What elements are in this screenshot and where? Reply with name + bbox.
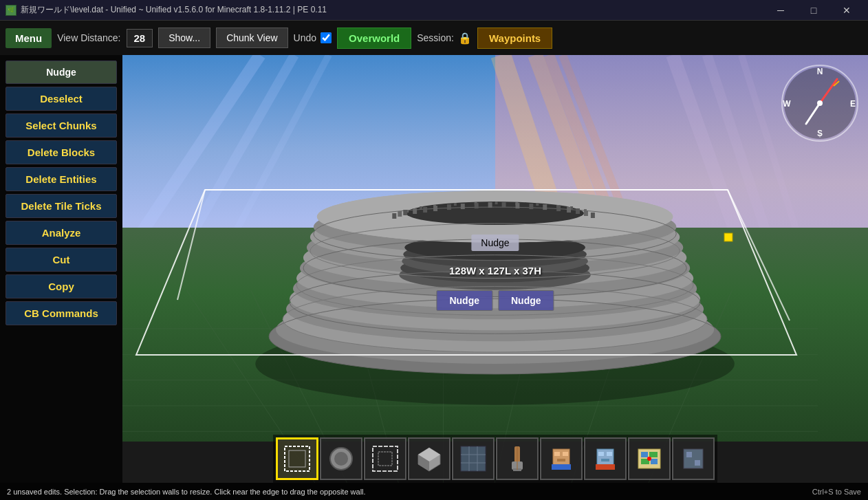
session-section: Session: 🔒 (417, 32, 472, 45)
hotbar-slot-8[interactable] (584, 437, 627, 480)
svg-rect-57 (536, 203, 539, 206)
maximize-button[interactable]: □ (798, 0, 829, 21)
nudge-left-button[interactable]: Nudge (436, 290, 492, 311)
svg-rect-73 (530, 204, 534, 209)
svg-rect-120 (557, 459, 565, 461)
cb-commands-button[interactable]: CB Commands (6, 301, 117, 325)
hotbar-slot-7[interactable] (540, 437, 583, 480)
delete-blocks-button[interactable]: Delete Blocks (6, 140, 117, 164)
svg-rect-76 (567, 207, 571, 213)
app-icon: 🌿 (6, 5, 17, 16)
svg-rect-99 (285, 446, 310, 471)
svg-rect-126 (596, 464, 615, 470)
selection-tool-icon (283, 445, 311, 472)
svg-rect-108 (461, 446, 486, 471)
svg-rect-129 (649, 452, 658, 457)
grid-tool-icon (459, 445, 487, 472)
hotbar-slot-10[interactable] (672, 437, 715, 480)
svg-rect-69 (475, 203, 479, 208)
hotbar-slot-1[interactable] (276, 437, 318, 480)
nudge-tooltip: Nudge (471, 235, 519, 251)
minimize-button[interactable]: ─ (765, 0, 796, 21)
cube-tool-icon (415, 445, 443, 472)
svg-text:E: E (850, 99, 856, 109)
copy-button[interactable]: Copy (6, 274, 117, 298)
svg-rect-68 (461, 204, 465, 209)
titlebar-title: 新規ワールド\level.dat - Unified ~ Unified v1.… (21, 4, 327, 16)
svg-rect-55 (495, 202, 498, 204)
view-distance-value: 28 (127, 29, 153, 47)
svg-rect-63 (404, 210, 408, 215)
nudge-right-button[interactable]: Nudge (498, 290, 554, 311)
close-button[interactable]: ✕ (831, 0, 862, 21)
misc-tool-icon (680, 445, 707, 472)
player-head-icon (547, 445, 575, 472)
svg-point-93 (817, 100, 823, 106)
player-head2-icon (592, 445, 619, 472)
svg-rect-65 (423, 207, 427, 213)
svg-rect-124 (607, 452, 612, 456)
svg-rect-74 (543, 204, 547, 210)
delete-tile-ticks-button[interactable]: Delete Tile Ticks (6, 194, 117, 218)
svg-rect-67 (447, 204, 451, 210)
svg-rect-77 (576, 208, 580, 214)
svg-rect-100 (289, 450, 305, 467)
deselect-button[interactable]: Deselect (6, 87, 117, 111)
viewport[interactable]: Nudge 128W x 127L x 37H Nudge Nudge N S … (122, 55, 868, 483)
menubar: Menu View Distance: 28 Show... Chunk Vie… (0, 21, 868, 55)
titlebar: 🌿 新規ワールド\level.dat - Unified ~ Unified v… (0, 0, 868, 21)
svg-rect-62 (398, 211, 402, 217)
hotbar-slot-4[interactable] (408, 437, 451, 480)
svg-rect-104 (378, 452, 392, 466)
map-icon (636, 445, 663, 472)
save-hint: Ctrl+S to Save (812, 488, 861, 496)
nudge-button[interactable]: Nudge (6, 61, 117, 84)
delete-entities-button[interactable]: Delete Entities (6, 167, 117, 191)
hotbar (273, 435, 717, 483)
undo-checkbox[interactable] (321, 32, 332, 43)
hotbar-slot-3[interactable] (364, 437, 406, 480)
compass: N S W E (779, 62, 861, 144)
svg-rect-53 (454, 203, 457, 206)
select-chunks-button[interactable]: Select Chunks (6, 113, 117, 138)
svg-point-102 (334, 452, 348, 466)
undo-section: Undo (294, 32, 332, 43)
svg-rect-78 (584, 210, 588, 216)
svg-rect-70 (488, 202, 492, 208)
analyze-button[interactable]: Analyze (6, 221, 117, 245)
svg-rect-134 (686, 452, 692, 457)
selection2-tool-icon (371, 445, 399, 472)
hotbar-slot-2[interactable] (320, 437, 362, 480)
show-button[interactable]: Show... (158, 28, 210, 48)
menu-button[interactable]: Menu (6, 28, 52, 48)
cut-button[interactable]: Cut (6, 248, 117, 272)
shovel-tool-icon (503, 445, 531, 472)
svg-rect-51 (420, 206, 423, 209)
svg-rect-131 (651, 459, 658, 464)
titlebar-controls[interactable]: ─ □ ✕ (765, 0, 862, 21)
overworld-button[interactable]: Overworld (337, 28, 411, 49)
svg-rect-71 (502, 202, 506, 208)
view-distance-label: View Distance: (57, 32, 120, 43)
svg-rect-72 (516, 203, 520, 208)
svg-point-132 (647, 457, 651, 461)
hotbar-slot-5[interactable] (452, 437, 495, 480)
waypoints-button[interactable]: Waypoints (477, 28, 552, 49)
hotbar-slot-9[interactable] (628, 437, 671, 480)
svg-rect-121 (552, 464, 571, 470)
svg-rect-137 (695, 460, 700, 466)
svg-rect-119 (563, 452, 568, 456)
hotbar-slot-6[interactable] (496, 437, 539, 480)
svg-rect-118 (554, 452, 560, 456)
titlebar-left: 🌿 新規ワールド\level.dat - Unified ~ Unified v… (6, 4, 327, 16)
svg-rect-64 (413, 208, 417, 214)
svg-rect-117 (553, 449, 569, 466)
svg-rect-122 (597, 449, 614, 466)
svg-rect-128 (641, 452, 648, 457)
main-area: Nudge Deselect Select Chunks Delete Bloc… (0, 55, 868, 483)
svg-text:W: W (783, 99, 791, 109)
nudge-row: Nudge Nudge (436, 290, 554, 311)
chunk-view-button[interactable]: Chunk View (216, 28, 287, 48)
sidebar: Nudge Deselect Select Chunks Delete Bloc… (0, 55, 122, 483)
svg-rect-123 (598, 452, 604, 456)
